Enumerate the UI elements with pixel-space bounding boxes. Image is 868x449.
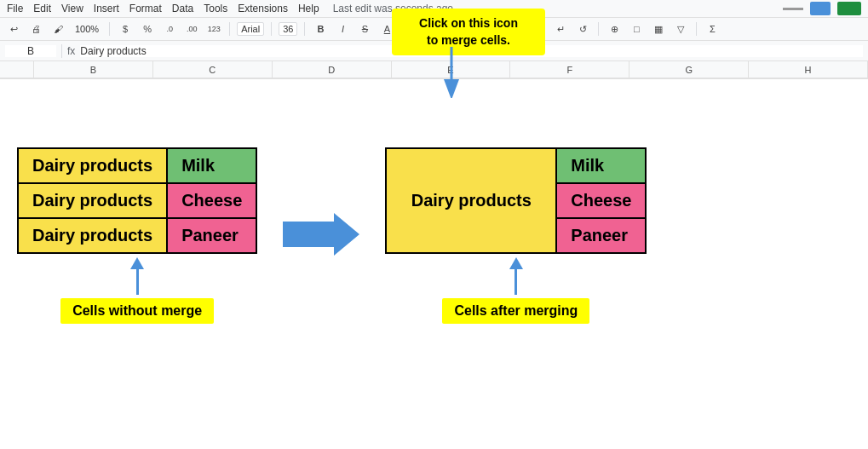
table-before: Dairy products Milk Dairy products Chees… xyxy=(17,147,257,254)
after-label: Cells after merging xyxy=(442,298,589,324)
cell-reference-input[interactable] xyxy=(5,45,56,57)
percent-btn[interactable]: % xyxy=(139,20,156,37)
decimal-less-btn[interactable]: .00 xyxy=(183,20,200,37)
menu-tools[interactable]: Tools xyxy=(204,3,227,14)
table-row: Dairy products Milk xyxy=(386,148,646,183)
col-header-h[interactable]: H xyxy=(749,61,868,78)
zoom-btn[interactable]: 100% xyxy=(72,23,102,35)
format-123-btn[interactable]: 123 xyxy=(205,20,222,37)
before-cell-2-1: Dairy products xyxy=(18,183,167,218)
arrow-right-container xyxy=(283,209,359,263)
sep3 xyxy=(271,22,272,36)
after-cell-1-2: Milk xyxy=(556,148,646,183)
svg-marker-2 xyxy=(283,213,359,256)
sep4 xyxy=(304,22,305,36)
italic-btn[interactable]: I xyxy=(334,20,351,37)
right-arrow-svg xyxy=(283,209,359,260)
filter-btn[interactable]: ▽ xyxy=(672,20,689,37)
before-cell-3-1: Dairy products xyxy=(18,218,167,253)
before-cell-2-2: Cheese xyxy=(167,183,256,218)
icon-menu-2 xyxy=(810,2,831,15)
menu-format[interactable]: Format xyxy=(129,3,162,14)
menu-edit[interactable]: Edit xyxy=(33,3,51,14)
chart-btn[interactable]: ▦ xyxy=(650,20,667,37)
after-cell-2-2: Cheese xyxy=(556,183,646,218)
icon-menu-1 xyxy=(783,8,803,10)
font-size-select[interactable]: 36 xyxy=(279,22,297,36)
font-select[interactable]: Arial xyxy=(237,22,264,36)
sep2 xyxy=(229,22,230,36)
before-cell-3-2: Paneer xyxy=(167,218,256,253)
currency-btn[interactable]: $ xyxy=(117,20,134,37)
callout-arrow-svg xyxy=(426,47,494,98)
icon-menu-3 xyxy=(837,2,861,15)
table-row: Dairy products Milk xyxy=(18,148,256,183)
col-header-c[interactable]: C xyxy=(153,61,273,78)
before-arrow-line xyxy=(136,269,139,295)
sep7 xyxy=(598,22,599,36)
col-header-d[interactable]: D xyxy=(273,61,392,78)
func-btn[interactable]: Σ xyxy=(704,20,721,37)
before-label: Cells without merge xyxy=(60,298,214,324)
undo-btn[interactable]: ↩ xyxy=(5,20,22,37)
table-after: Dairy products Milk Cheese Paneer xyxy=(385,147,647,254)
col-header-b[interactable]: B xyxy=(34,61,153,78)
sep8 xyxy=(696,22,697,36)
menu-insert[interactable]: Insert xyxy=(94,3,119,14)
before-section: Dairy products Milk Dairy products Chees… xyxy=(17,147,257,324)
print-btn[interactable]: 🖨 xyxy=(27,20,44,37)
menu-view[interactable]: View xyxy=(61,3,83,14)
sep1 xyxy=(109,22,110,36)
formula-sep xyxy=(61,44,62,58)
before-cell-1-1: Dairy products xyxy=(18,148,167,183)
after-cell-3-2: Paneer xyxy=(556,218,646,253)
menu-extensions[interactable]: Extensions xyxy=(238,3,288,14)
after-section: Dairy products Milk Cheese Paneer Cells … xyxy=(385,147,647,324)
comment-btn[interactable]: □ xyxy=(628,20,645,37)
rotate-btn[interactable]: ↺ xyxy=(574,20,591,37)
col-header-f[interactable]: F xyxy=(510,61,629,78)
col-header-g[interactable]: G xyxy=(629,61,749,78)
bold-btn[interactable]: B xyxy=(312,20,329,37)
diagram: Dairy products Milk Dairy products Chees… xyxy=(17,147,868,324)
after-merged-cell: Dairy products xyxy=(386,148,556,253)
before-cell-1-2: Milk xyxy=(167,148,256,183)
paint-format-btn[interactable]: 🖌 xyxy=(49,20,66,37)
table-row: Dairy products Cheese xyxy=(18,183,256,218)
before-arrow-head xyxy=(130,257,144,269)
table-row: Dairy products Paneer xyxy=(18,218,256,253)
menu-help[interactable]: Help xyxy=(298,3,319,14)
menu-file[interactable]: File xyxy=(7,3,23,14)
after-arrow-head xyxy=(509,257,523,269)
wrap-btn[interactable]: ↵ xyxy=(552,20,569,37)
before-up-arrow xyxy=(130,257,144,295)
link-btn[interactable]: ⊕ xyxy=(606,20,623,37)
col-header-corner xyxy=(0,61,34,78)
callout-text: Click on this icon to merge cells. xyxy=(419,16,518,47)
after-arrow-line xyxy=(514,269,517,295)
menu-data[interactable]: Data xyxy=(172,3,193,14)
formula-fx: fx xyxy=(67,45,75,57)
after-up-arrow xyxy=(509,257,523,295)
strikethrough-btn[interactable]: S xyxy=(356,20,373,37)
decimal-more-btn[interactable]: .0 xyxy=(161,20,178,37)
